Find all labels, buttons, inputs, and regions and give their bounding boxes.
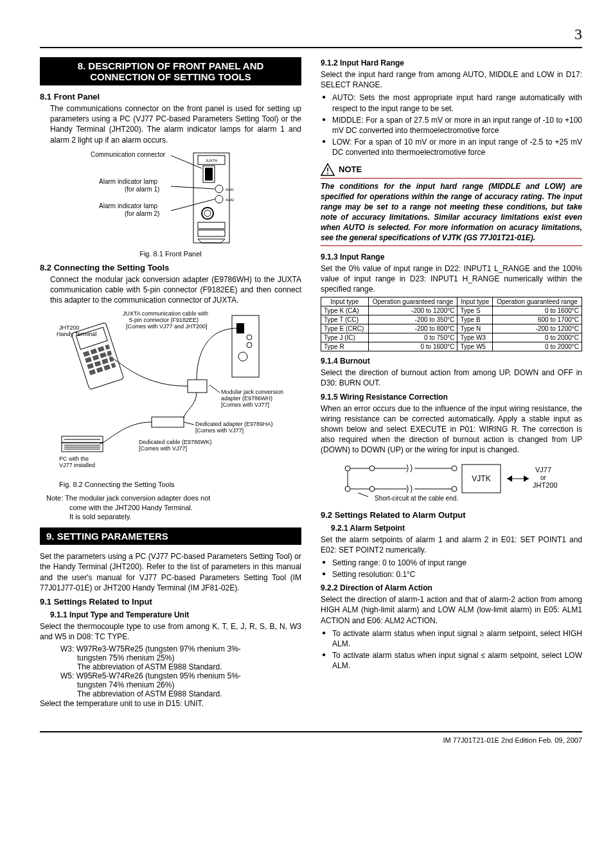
bullet-912-1: MIDDLE: For a span of 27.5 mV or more in… xyxy=(321,115,582,136)
table-header-row: Input type Operation guaranteed range In… xyxy=(321,297,582,306)
para-911a: Select the thermocouple type to use from… xyxy=(40,621,301,642)
svg-line-11 xyxy=(171,186,215,189)
bullets-921: Setting range: 0 to 100% of input range … xyxy=(321,558,582,580)
svg-rect-21 xyxy=(83,351,90,357)
para-913: Set the 0% value of input range in D22: … xyxy=(321,263,582,295)
two-column-layout: 8. DESCRIPTION OF FRONT PANEL AND CONNEC… xyxy=(40,55,582,712)
section-9-banner: 9. SETTING PARAMETERS xyxy=(40,527,301,545)
svg-rect-35 xyxy=(103,365,111,371)
table-cell: Type T (CC) xyxy=(321,315,369,324)
svg-point-4 xyxy=(215,185,223,193)
table-cell: Type S xyxy=(458,306,493,315)
fig82-cable-c: [Comes with VJ77 and JHT200] xyxy=(126,323,208,330)
fig81-comm-label: Communication connector xyxy=(91,151,166,158)
warning-icon xyxy=(321,163,335,176)
alm1-tag: ALM1 xyxy=(226,188,234,191)
table-row: Type K (CA)-200 to 1200°CType S0 to 1600… xyxy=(321,306,582,315)
note82-line2: come with the JHT200 Handy Terminal. xyxy=(46,503,301,512)
svg-point-6 xyxy=(202,208,213,219)
table-cell: Type E (CRC) xyxy=(321,324,369,333)
table-cell: Type N xyxy=(458,324,493,333)
footer-rule xyxy=(40,731,582,732)
table-cell: Type W3 xyxy=(458,333,493,342)
figure-8-1-caption: Fig. 8.1 Front Panel xyxy=(40,250,301,258)
fig82-modjack-b: adapter (E9786WH) xyxy=(221,395,272,402)
note-body: The conditions for the input hard range … xyxy=(321,181,582,244)
svg-rect-13 xyxy=(232,315,259,377)
para-915: When an error occurs due to the influenc… xyxy=(321,403,582,456)
w3-block: W3: W97Re3-W75Re25 (tungsten 97% rhenium… xyxy=(60,644,301,698)
svg-rect-30 xyxy=(94,361,101,367)
fig915-vjtk: VJTK xyxy=(472,474,490,483)
heading-9-2: 9.2 Settings Related to Alarm Output xyxy=(321,510,582,520)
top-rule xyxy=(40,47,582,48)
table-cell: -200 to 1200°C xyxy=(493,324,582,333)
svg-rect-14 xyxy=(236,323,244,333)
th-2: Input type xyxy=(458,297,493,306)
figure-9-1-5: VJTK VJ77 or JHT200 Short-circuit at the… xyxy=(321,459,582,506)
table-cell: -200 to 350°C xyxy=(368,315,458,324)
svg-point-61 xyxy=(452,486,457,492)
table-cell: -200 to 1200°C xyxy=(368,306,458,315)
table-cell: 600 to 1700°C xyxy=(493,315,582,324)
bullets-912: AUTO: Sets the most appropriate input ha… xyxy=(321,93,582,157)
svg-point-48 xyxy=(327,173,328,174)
bullet-912-2: LOW: For a span of 10 mV or more in an i… xyxy=(321,137,582,157)
svg-line-10 xyxy=(171,155,202,168)
table-cell: 0 to 1600°C xyxy=(368,342,458,351)
input-range-table: Input type Operation guaranteed range In… xyxy=(321,297,582,351)
svg-line-45 xyxy=(184,422,194,425)
heading-9-1-2: 9.1.2 Input Hard Range xyxy=(321,58,582,67)
left-column: 8. DESCRIPTION OF FRONT PANEL AND CONNEC… xyxy=(40,55,301,712)
para-8-2: Connect the modular jack conversion adap… xyxy=(50,274,301,306)
w3-line3: The abbreviation of ASTM E988 Standard. xyxy=(60,662,301,671)
svg-line-66 xyxy=(358,493,368,497)
bullet-921-0: Setting range: 0 to 100% of input range xyxy=(321,558,582,568)
para-912: Select the input hard range from among A… xyxy=(321,69,582,90)
w5-line1: W5: W95Re5-W74Re26 (tungsten 95% rhenium… xyxy=(60,671,301,680)
w3-line2: tungsten 75% rhenium 25%) xyxy=(60,653,301,662)
page-number: 3 xyxy=(40,26,582,43)
table-cell: Type W5 xyxy=(458,342,493,351)
table-row: Type E (CRC)-200 to 800°CType N-200 to 1… xyxy=(321,324,582,333)
fig82-dcable-a: Dedicated cable (E9786WK) xyxy=(139,439,212,445)
svg-rect-33 xyxy=(89,369,96,375)
svg-rect-36 xyxy=(111,363,116,369)
note-box: NOTE The conditions for the input hard r… xyxy=(321,163,582,246)
note-8-2: Note: The modular jack conversion adapte… xyxy=(46,493,301,521)
svg-point-15 xyxy=(247,335,252,340)
figure-brand-label: JUXTA xyxy=(205,159,217,163)
fig81-alm1a: Alarm indicator lamp xyxy=(99,178,158,185)
svg-rect-34 xyxy=(96,367,103,373)
fig915-short: Short-circuit at the cable end. xyxy=(375,495,458,502)
svg-rect-22 xyxy=(90,349,97,355)
svg-rect-8 xyxy=(198,222,225,229)
alm2-tag: ALM2 xyxy=(226,198,234,202)
bullet-922-0: To activate alarm status when input sign… xyxy=(321,628,582,649)
fig82-cable-a: JUXTA communication cable with xyxy=(123,310,208,317)
th-3: Operation guaranteed range xyxy=(493,297,582,306)
w5-line3: The abbreviation of ASTM E988 Standard. xyxy=(60,689,301,698)
heading-9-1-4: 9.1.4 Burnout xyxy=(321,357,582,366)
note82-line1: Note: The modular jack conversion adapte… xyxy=(46,493,301,502)
th-0: Input type xyxy=(321,297,369,306)
svg-point-7 xyxy=(204,210,211,217)
svg-rect-25 xyxy=(85,357,92,363)
para-921: Set the alarm setpoints of alarm 1 and a… xyxy=(321,535,582,555)
para-922: Select the direction of alarm-1 action a… xyxy=(321,594,582,626)
table-row: Type R0 to 1600°CType W50 to 2000°C xyxy=(321,342,582,351)
bullets-922: To activate alarm status when input sign… xyxy=(321,628,582,671)
svg-rect-23 xyxy=(97,346,104,352)
table-cell: 0 to 2000°C xyxy=(493,333,582,342)
note-title: NOTE xyxy=(339,164,362,174)
fig82-pc-b: VJ77 installed xyxy=(59,462,95,468)
svg-rect-18 xyxy=(188,380,207,393)
svg-rect-9 xyxy=(198,230,225,236)
table-cell: 0 to 2000°C xyxy=(493,342,582,351)
fig82-jht-b: Handy Terminal xyxy=(57,331,96,337)
fig82-dadapt-b: [Comes with VJ77] xyxy=(195,427,244,434)
heading-9-2-1: 9.2.1 Alarm Setpoint xyxy=(331,524,582,533)
fig915-vj77: VJ77 xyxy=(535,466,551,474)
fig82-dcable-b: [Comes with VJ77] xyxy=(139,445,187,452)
footer-text: IM 77J01T21-01E 2nd Edition Feb. 09, 200… xyxy=(40,736,582,744)
